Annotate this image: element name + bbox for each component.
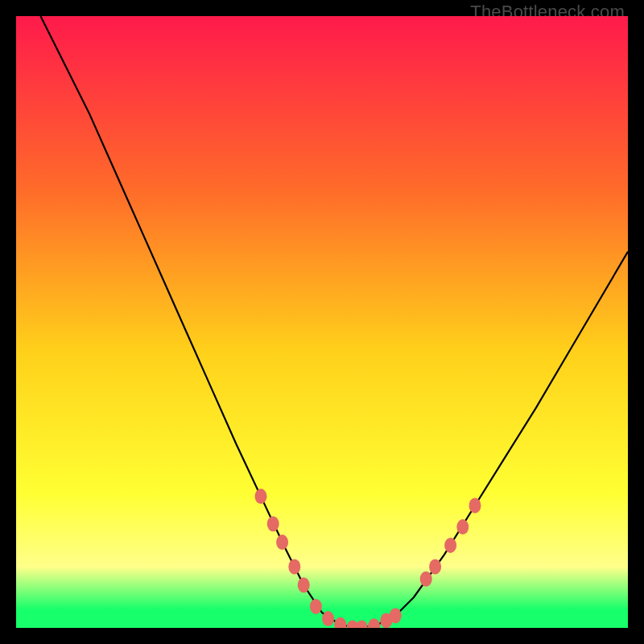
curve-marker [255,489,267,504]
curve-marker [429,559,441,575]
curve-marker [288,559,300,575]
curve-marker [469,498,481,514]
chart-frame [16,16,628,628]
bottleneck-chart [16,16,628,628]
curve-marker [267,516,279,531]
curve-marker [310,599,322,614]
curve-marker [276,535,288,550]
curve-marker [420,572,432,587]
curve-marker [456,519,469,535]
curve-marker [322,611,334,626]
curve-marker [444,538,456,553]
gradient-background [16,16,628,628]
curve-marker [298,577,310,592]
curve-marker [390,608,402,623]
